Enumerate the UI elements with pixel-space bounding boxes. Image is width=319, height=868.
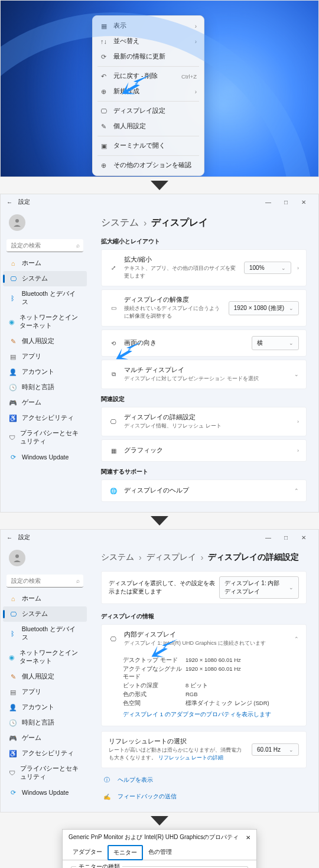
nav-home[interactable]: ⌂ホーム	[3, 591, 87, 606]
nav-apps[interactable]: ▤アプリ	[3, 684, 87, 700]
crumb-system[interactable]: システム	[101, 552, 134, 563]
row-graphics[interactable]: ▦グラフィック›	[102, 440, 306, 461]
user-avatar[interactable]	[3, 210, 87, 236]
tab-adapter[interactable]: アダプター	[67, 845, 108, 860]
home-icon: ⌂	[9, 259, 17, 267]
nav-system[interactable]: 🖵システム	[3, 271, 87, 286]
breadcrumb: システム›ディスプレイ	[101, 217, 307, 229]
content-area: システム›ディスプレイ 拡大縮小とレイアウト ⤢拡大/縮小テキスト、アプリ、その…	[89, 210, 318, 512]
crumb-display[interactable]: ディスプレイ	[147, 552, 196, 563]
chevron-down-icon: ⌄	[289, 747, 294, 753]
chevron-right-icon[interactable]: ›	[297, 265, 299, 271]
undo-icon: ↶	[100, 73, 108, 80]
ctx-more-options[interactable]: ⊕その他のオプションを確認	[93, 158, 204, 173]
search-box[interactable]: ⌕	[6, 575, 83, 588]
close-button[interactable]: ✕	[295, 199, 313, 205]
nav-bluetooth[interactable]: ᛒBluetooth とデバイス	[3, 622, 87, 645]
nav-network[interactable]: ◉ネットワークとインターネット	[3, 645, 87, 669]
section-layout: 拡大縮小とレイアウト	[101, 237, 307, 246]
nav-time[interactable]: 🕓時刻と言語	[3, 380, 87, 395]
nav-update[interactable]: ⟳Windows Update	[3, 785, 87, 800]
refresh-rate-info-link[interactable]: リフレッシュ レートの詳細	[158, 755, 224, 761]
nav-privacy[interactable]: 🛡プライバシーとセキュリティ	[3, 426, 87, 449]
chevron-right-icon: ›	[195, 38, 197, 45]
close-button[interactable]: ✕	[246, 834, 250, 841]
nav-accounts[interactable]: 👤アカウント	[3, 364, 87, 380]
feedback-link[interactable]: ✍フィードバックの送信	[101, 788, 307, 805]
nav-accessibility[interactable]: ♿アクセシビリティ	[3, 746, 87, 761]
more-icon: ⊕	[100, 162, 108, 169]
tab-color[interactable]: 色の管理	[143, 845, 177, 860]
ctx-personalize[interactable]: ✎個人用設定	[93, 119, 204, 134]
row-scale[interactable]: ⤢拡大/縮小テキスト、アプリ、その他の項目のサイズを変更します100%⌄›	[102, 250, 306, 286]
terminal-icon: ▣	[100, 142, 108, 150]
settings-window-1: ← 設定 — □ ✕ ⌕ ⌂ホーム 🖵システム ᛒBluetooth とデバイス…	[0, 194, 319, 513]
nav-gaming[interactable]: 🎮ゲーム	[3, 730, 87, 746]
row-advanced-display[interactable]: 🖵ディスプレイの詳細設定ディスプレイ情報、リフレッシュ レート›	[102, 407, 306, 436]
resolution-dropdown[interactable]: 1920 × 1080 (推奨)⌄	[229, 301, 299, 315]
plus-icon: ⊕	[100, 88, 108, 96]
ctx-display-settings[interactable]: 🖵ディスプレイ設定	[93, 103, 204, 119]
sidebar: ⌕ ⌂ホーム 🖵システム ᛒBluetooth とデバイス ◉ネットワークとイン…	[1, 545, 89, 812]
chevron-up-icon: ⌃	[294, 636, 299, 642]
minimize-button[interactable]: —	[259, 534, 277, 541]
scale-dropdown[interactable]: 100%⌄	[244, 262, 291, 274]
maximize-button[interactable]: □	[277, 534, 295, 541]
nav-bluetooth[interactable]: ᛒBluetooth とデバイス	[3, 286, 87, 310]
display-selector[interactable]: ディスプレイ 1: 内部ディスプレイ⌄	[219, 576, 299, 599]
nav-accessibility[interactable]: ♿アクセシビリティ	[3, 410, 87, 426]
ctx-view[interactable]: ▦表示›	[93, 18, 204, 34]
bluetooth-icon: ᛒ	[9, 294, 17, 302]
multidisplay-icon: ⧉	[109, 370, 118, 379]
info-body: デスクトップ モード1920 × 1080 60.01 Hz アクティブなシグナ…	[102, 653, 306, 726]
adapter-properties-link[interactable]: ディスプレイ 1 のアダプターのプロパティを表示します	[123, 711, 285, 719]
back-button[interactable]: ←	[6, 534, 12, 541]
settings-window-2: ← 設定 — □ ✕ ⌕ ⌂ホーム 🖵システム ᛒBluetooth とデバイス…	[0, 529, 319, 812]
guide-arrow-icon	[122, 68, 154, 101]
chevron-down-icon: ⌄	[289, 585, 294, 590]
ctx-terminal[interactable]: ▣ターミナルで開く	[93, 138, 204, 154]
nav-privacy[interactable]: 🛡プライバシーとセキュリティ	[3, 761, 87, 785]
user-avatar[interactable]	[3, 545, 87, 571]
nav-personalize[interactable]: ✎個人用設定	[3, 334, 87, 349]
system-icon: 🖵	[9, 610, 17, 618]
nav-time[interactable]: 🕓時刻と言語	[3, 715, 87, 730]
maximize-button[interactable]: □	[277, 199, 295, 205]
chevron-right-icon: ›	[297, 448, 299, 453]
chevron-down-icon: ⌄	[281, 265, 286, 271]
ctx-sort[interactable]: ↑↓並べ替え›	[93, 34, 204, 49]
nav-personalize[interactable]: ✎個人用設定	[3, 669, 87, 684]
section-display-info: ディスプレイの情報	[101, 612, 307, 621]
row-resolution[interactable]: ▭ディスプレイの解像度接続されているディスプレイに合うように解像度を調整する19…	[102, 290, 306, 326]
nav-apps[interactable]: ▤アプリ	[3, 349, 87, 364]
row-refresh-rate[interactable]: リフレッシュレートの選択レートが高いほど動きは滑らかになりますが、消費電力も大き…	[102, 732, 306, 768]
crumb-system[interactable]: システム	[101, 217, 139, 229]
back-button[interactable]: ←	[6, 199, 12, 205]
separator	[97, 101, 199, 102]
search-input[interactable]	[6, 575, 83, 588]
nav-gaming[interactable]: 🎮ゲーム	[3, 395, 87, 410]
row-help[interactable]: 🌐ディスプレイのヘルプ⌃	[102, 480, 306, 501]
search-box[interactable]: ⌕	[6, 239, 83, 252]
separator	[97, 155, 199, 156]
nav-accounts[interactable]: 👤アカウント	[3, 700, 87, 715]
chevron-right-icon: ›	[195, 89, 197, 95]
step-arrow-icon	[0, 516, 319, 526]
orientation-dropdown[interactable]: 横⌄	[252, 336, 299, 350]
tab-monitor[interactable]: モニター	[108, 845, 143, 860]
nav-network[interactable]: ◉ネットワークとインターネット	[3, 310, 87, 334]
refresh-rate-dropdown[interactable]: 60.01 Hz⌄	[252, 743, 299, 756]
nav-update[interactable]: ⟳Windows Update	[3, 449, 87, 465]
search-input[interactable]	[6, 239, 83, 252]
separator	[97, 66, 199, 67]
step-arrow-icon	[0, 816, 319, 825]
help-link[interactable]: ⓘヘルプを表示	[101, 772, 307, 788]
titlebar: ← 設定 — □ ✕	[1, 194, 318, 210]
nav-system[interactable]: 🖵システム	[3, 606, 87, 622]
ctx-refresh[interactable]: ⟳最新の情報に更新	[93, 49, 204, 64]
close-button[interactable]: ✕	[295, 534, 313, 541]
minimize-button[interactable]: —	[259, 199, 277, 205]
info-header[interactable]: 🖵内部ディスプレイディスプレイ 1: Intel(R) UHD Graphics…	[102, 625, 306, 653]
nav-home[interactable]: ⌂ホーム	[3, 256, 87, 271]
resolution-icon: ▭	[109, 304, 118, 313]
